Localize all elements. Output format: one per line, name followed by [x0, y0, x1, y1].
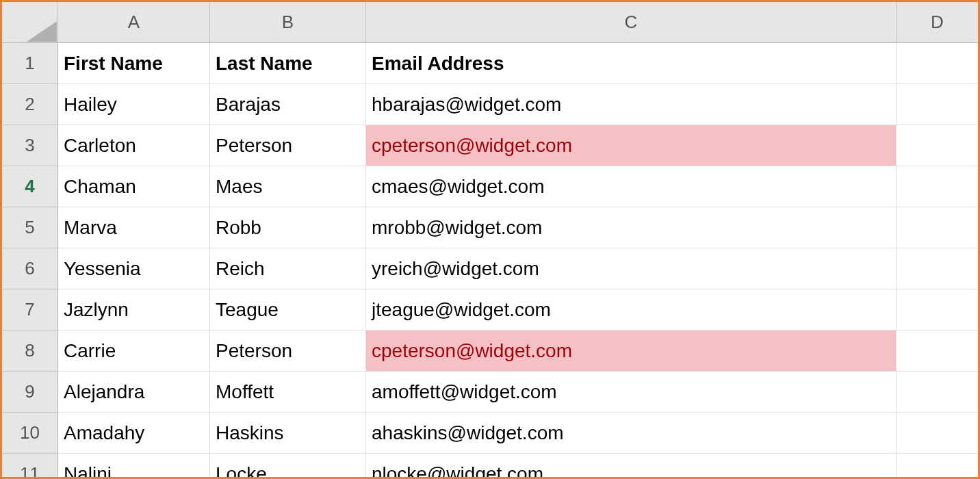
- cell-first[interactable]: Hailey: [58, 84, 210, 125]
- table-header-cell[interactable]: Last Name: [210, 43, 366, 84]
- cell-first[interactable]: Marva: [58, 207, 210, 248]
- cell[interactable]: [897, 331, 979, 372]
- row-header-1[interactable]: 1: [2, 43, 58, 84]
- cell-first[interactable]: Jazlynn: [58, 289, 210, 331]
- row-header-4[interactable]: 4: [2, 166, 58, 207]
- cell-last[interactable]: Locke: [210, 454, 366, 479]
- cell-last[interactable]: Peterson: [210, 331, 366, 372]
- cell-email[interactable]: hbarajas@widget.com: [366, 84, 897, 125]
- cell-last[interactable]: Peterson: [210, 125, 366, 166]
- cell[interactable]: [897, 248, 979, 289]
- column-header-b[interactable]: B: [210, 2, 366, 43]
- cell-first[interactable]: Amadahy: [58, 413, 210, 454]
- cell-last[interactable]: Moffett: [210, 372, 366, 413]
- cell[interactable]: [897, 207, 979, 248]
- cell-email[interactable]: cpeterson@widget.com: [366, 331, 897, 372]
- cell-email[interactable]: yreich@widget.com: [366, 248, 897, 289]
- cell-last[interactable]: Teague: [210, 289, 366, 331]
- row-header-9[interactable]: 9: [2, 372, 58, 413]
- select-all-corner[interactable]: [2, 2, 58, 43]
- row-header-3[interactable]: 3: [2, 125, 58, 166]
- cell-email[interactable]: amoffett@widget.com: [366, 372, 897, 413]
- cell-email[interactable]: ahaskins@widget.com: [366, 413, 897, 454]
- cell[interactable]: [897, 125, 979, 166]
- cell[interactable]: [897, 166, 979, 207]
- row-header-11[interactable]: 11: [2, 454, 58, 479]
- cell[interactable]: [897, 372, 979, 413]
- column-header-d[interactable]: D: [897, 2, 979, 43]
- cell-first[interactable]: Alejandra: [58, 372, 210, 413]
- column-header-c[interactable]: C: [366, 2, 897, 43]
- cell-first[interactable]: Chaman: [58, 166, 210, 207]
- cell-email[interactable]: cmaes@widget.com: [366, 166, 897, 207]
- cell-last[interactable]: Reich: [210, 248, 366, 289]
- cell-first[interactable]: Yessenia: [58, 248, 210, 289]
- cell[interactable]: [897, 84, 979, 125]
- cell-last[interactable]: Robb: [210, 207, 366, 248]
- cell[interactable]: [897, 289, 979, 331]
- cell-last[interactable]: Haskins: [210, 413, 366, 454]
- cell-email[interactable]: cpeterson@widget.com: [366, 125, 897, 166]
- cell[interactable]: [897, 454, 979, 479]
- cell-last[interactable]: Maes: [210, 166, 366, 207]
- row-header-8[interactable]: 8: [2, 331, 58, 372]
- cell[interactable]: [897, 413, 979, 454]
- cell-last[interactable]: Barajas: [210, 84, 366, 125]
- cell-email[interactable]: nlocke@widget.com: [366, 454, 897, 479]
- cell-first[interactable]: Carrie: [58, 331, 210, 372]
- cell-first[interactable]: Nalini: [58, 454, 210, 479]
- table-header-cell[interactable]: First Name: [58, 43, 210, 84]
- row-header-5[interactable]: 5: [2, 207, 58, 248]
- row-header-2[interactable]: 2: [2, 84, 58, 125]
- cell-first[interactable]: Carleton: [58, 125, 210, 166]
- row-header-10[interactable]: 10: [2, 413, 58, 454]
- cell-email[interactable]: mrobb@widget.com: [366, 207, 897, 248]
- row-header-6[interactable]: 6: [2, 248, 58, 289]
- cell-email[interactable]: jteague@widget.com: [366, 289, 897, 331]
- cell[interactable]: [897, 43, 979, 84]
- table-header-cell[interactable]: Email Address: [366, 43, 897, 84]
- column-header-a[interactable]: A: [58, 2, 210, 43]
- row-header-7[interactable]: 7: [2, 289, 58, 331]
